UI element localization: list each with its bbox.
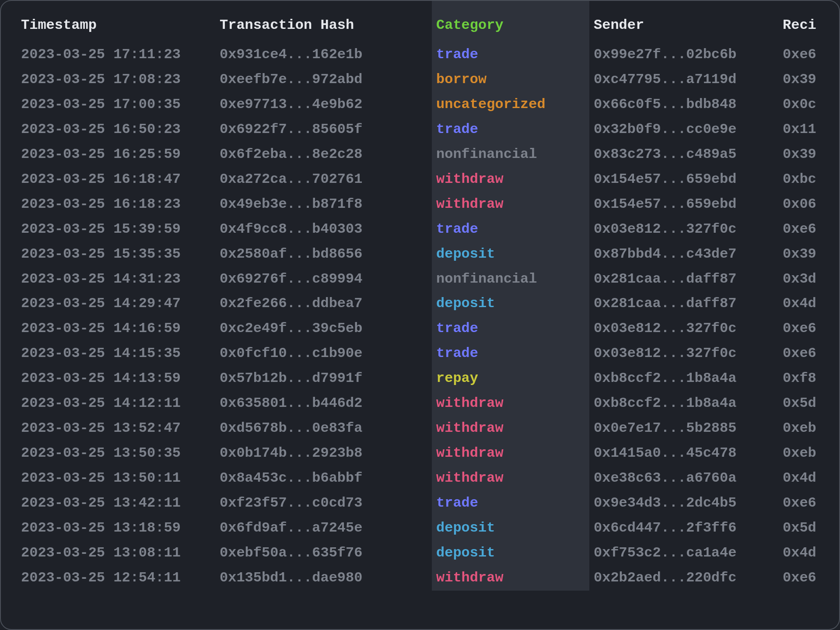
cell-sender[interactable]: 0xb8ccf2...1b8a4a	[589, 366, 783, 391]
cell-recipient[interactable]: 0xe6	[783, 316, 840, 341]
table-row[interactable]: 2023-03-25 17:08:230xeefb7e...972abdborr…	[1, 67, 840, 92]
cell-recipient[interactable]: 0x5d	[783, 391, 840, 416]
cell-category[interactable]: withdraw	[432, 466, 589, 491]
cell-sender[interactable]: 0xe38c63...a6760a	[589, 466, 783, 491]
cell-sender[interactable]: 0xb8ccf2...1b8a4a	[589, 391, 783, 416]
table-row[interactable]: 2023-03-25 14:31:230x69276f...c89994nonf…	[1, 267, 840, 292]
cell-hash[interactable]: 0xa272ca...702761	[220, 167, 432, 192]
cell-sender[interactable]: 0x154e57...659ebd	[589, 167, 783, 192]
cell-sender[interactable]: 0x154e57...659ebd	[589, 192, 783, 217]
cell-category[interactable]: borrow	[432, 67, 589, 92]
table-row[interactable]: 2023-03-25 15:39:590x4f9cc8...b40303trad…	[1, 217, 840, 242]
cell-hash[interactable]: 0xeefb7e...972abd	[220, 67, 432, 92]
cell-category[interactable]: withdraw	[432, 441, 589, 466]
cell-category[interactable]: uncategorized	[432, 92, 589, 117]
cell-recipient[interactable]: 0x39	[783, 67, 840, 92]
cell-hash[interactable]: 0x6922f7...85605f	[220, 117, 432, 142]
table-row[interactable]: 2023-03-25 17:00:350xe97713...4e9b62unca…	[1, 92, 840, 117]
cell-sender[interactable]: 0xf753c2...ca1a4e	[589, 541, 783, 566]
cell-sender[interactable]: 0x0e7e17...5b2885	[589, 416, 783, 441]
cell-recipient[interactable]: 0x0c	[783, 92, 840, 117]
cell-recipient[interactable]: 0xeb	[783, 416, 840, 441]
cell-sender[interactable]: 0xc47795...a7119d	[589, 67, 783, 92]
cell-recipient[interactable]: 0xeb	[783, 441, 840, 466]
cell-sender[interactable]: 0x99e27f...02bc6b	[589, 42, 783, 67]
cell-category[interactable]: trade	[432, 42, 589, 67]
cell-sender[interactable]: 0x66c0f5...bdb848	[589, 92, 783, 117]
cell-sender[interactable]: 0x1415a0...45c478	[589, 441, 783, 466]
table-row[interactable]: 2023-03-25 13:42:110xf23f57...c0cd73trad…	[1, 491, 840, 516]
cell-hash[interactable]: 0x6fd9af...a7245e	[220, 516, 432, 541]
cell-recipient[interactable]: 0xf8	[783, 366, 840, 391]
cell-category[interactable]: trade	[432, 491, 589, 516]
table-row[interactable]: 2023-03-25 13:50:110x8a453c...b6abbfwith…	[1, 466, 840, 491]
cell-category[interactable]: trade	[432, 316, 589, 341]
col-header-category[interactable]: Category	[432, 1, 589, 42]
cell-category[interactable]: trade	[432, 217, 589, 242]
cell-recipient[interactable]: 0xe6	[783, 491, 840, 516]
table-row[interactable]: 2023-03-25 14:15:350x0fcf10...c1b90etrad…	[1, 341, 840, 366]
cell-recipient[interactable]: 0x4d	[783, 541, 840, 566]
cell-sender[interactable]: 0x281caa...daff87	[589, 267, 783, 292]
cell-hash[interactable]: 0x135bd1...dae980	[220, 566, 432, 591]
cell-sender[interactable]: 0x03e812...327f0c	[589, 341, 783, 366]
cell-recipient[interactable]: 0xe6	[783, 566, 840, 591]
cell-hash[interactable]: 0x2fe266...ddbea7	[220, 291, 432, 316]
cell-sender[interactable]: 0x03e812...327f0c	[589, 217, 783, 242]
table-row[interactable]: 2023-03-25 14:12:110x635801...b446d2with…	[1, 391, 840, 416]
table-row[interactable]: 2023-03-25 16:25:590x6f2eba...8e2c28nonf…	[1, 142, 840, 167]
cell-category[interactable]: deposit	[432, 242, 589, 267]
cell-recipient[interactable]: 0x39	[783, 142, 840, 167]
table-row[interactable]: 2023-03-25 17:11:230x931ce4...162e1btrad…	[1, 42, 840, 67]
cell-hash[interactable]: 0xe97713...4e9b62	[220, 92, 432, 117]
cell-category[interactable]: trade	[432, 341, 589, 366]
cell-hash[interactable]: 0x0fcf10...c1b90e	[220, 341, 432, 366]
table-row[interactable]: 2023-03-25 16:50:230x6922f7...85605ftrad…	[1, 117, 840, 142]
cell-recipient[interactable]: 0x4d	[783, 291, 840, 316]
cell-hash[interactable]: 0x0b174b...2923b8	[220, 441, 432, 466]
cell-hash[interactable]: 0x4f9cc8...b40303	[220, 217, 432, 242]
cell-hash[interactable]: 0x57b12b...d7991f	[220, 366, 432, 391]
cell-category[interactable]: withdraw	[432, 391, 589, 416]
cell-recipient[interactable]: 0xbc	[783, 167, 840, 192]
cell-sender[interactable]: 0x9e34d3...2dc4b5	[589, 491, 783, 516]
cell-hash[interactable]: 0xebf50a...635f76	[220, 541, 432, 566]
cell-category[interactable]: withdraw	[432, 416, 589, 441]
cell-recipient[interactable]: 0xe6	[783, 42, 840, 67]
cell-recipient[interactable]: 0xe6	[783, 341, 840, 366]
cell-category[interactable]: deposit	[432, 291, 589, 316]
cell-hash[interactable]: 0xd5678b...0e83fa	[220, 416, 432, 441]
col-header-hash[interactable]: Transaction Hash	[220, 1, 432, 42]
cell-hash[interactable]: 0x8a453c...b6abbf	[220, 466, 432, 491]
cell-recipient[interactable]: 0x5d	[783, 516, 840, 541]
cell-category[interactable]: repay	[432, 366, 589, 391]
cell-category[interactable]: nonfinancial	[432, 267, 589, 292]
cell-sender[interactable]: 0x03e812...327f0c	[589, 316, 783, 341]
cell-recipient[interactable]: 0x06	[783, 192, 840, 217]
cell-hash[interactable]: 0xf23f57...c0cd73	[220, 491, 432, 516]
col-header-recipient[interactable]: Reci	[783, 1, 840, 42]
cell-hash[interactable]: 0x6f2eba...8e2c28	[220, 142, 432, 167]
cell-hash[interactable]: 0x2580af...bd8656	[220, 242, 432, 267]
cell-category[interactable]: deposit	[432, 541, 589, 566]
cell-recipient[interactable]: 0x11	[783, 117, 840, 142]
cell-category[interactable]: withdraw	[432, 167, 589, 192]
table-row[interactable]: 2023-03-25 12:54:110x135bd1...dae980with…	[1, 566, 840, 591]
table-row[interactable]: 2023-03-25 13:50:350x0b174b...2923b8with…	[1, 441, 840, 466]
cell-category[interactable]: withdraw	[432, 192, 589, 217]
cell-sender[interactable]: 0x281caa...daff87	[589, 291, 783, 316]
col-header-timestamp[interactable]: Timestamp	[1, 1, 220, 42]
table-row[interactable]: 2023-03-25 15:35:350x2580af...bd8656depo…	[1, 242, 840, 267]
cell-recipient[interactable]: 0x3d	[783, 267, 840, 292]
table-row[interactable]: 2023-03-25 13:52:470xd5678b...0e83fawith…	[1, 416, 840, 441]
cell-sender[interactable]: 0x87bbd4...c43de7	[589, 242, 783, 267]
cell-category[interactable]: deposit	[432, 516, 589, 541]
cell-hash[interactable]: 0xc2e49f...39c5eb	[220, 316, 432, 341]
table-row[interactable]: 2023-03-25 13:08:110xebf50a...635f76depo…	[1, 541, 840, 566]
cell-sender[interactable]: 0x83c273...c489a5	[589, 142, 783, 167]
cell-recipient[interactable]: 0x39	[783, 242, 840, 267]
cell-hash[interactable]: 0x635801...b446d2	[220, 391, 432, 416]
table-row[interactable]: 2023-03-25 14:16:590xc2e49f...39c5ebtrad…	[1, 316, 840, 341]
cell-recipient[interactable]: 0xe6	[783, 217, 840, 242]
col-header-sender[interactable]: Sender	[589, 1, 783, 42]
